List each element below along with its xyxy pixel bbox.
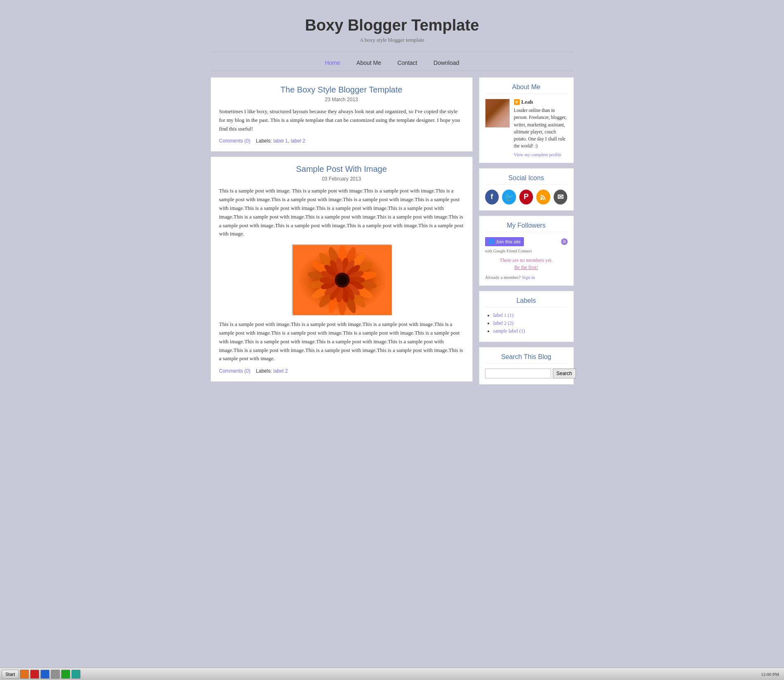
followers-widget: My Followers Join this site ⚙ with Googl…	[479, 216, 574, 286]
post-box-1: The Boxy Style Blogger Template 23 March…	[211, 77, 473, 152]
post-footer-2: Comments (0) Labels: label 2	[219, 368, 464, 374]
about-me-content: B Leah Louder online than in person. Fre…	[485, 99, 568, 157]
blogger-name-row: B Leah	[514, 99, 568, 105]
search-widget-title: Search This Blog	[485, 353, 568, 364]
blogger-name: Leah	[521, 99, 533, 105]
nav-home[interactable]: Home	[325, 59, 340, 66]
post-title-1: The Boxy Style Blogger Template	[219, 85, 464, 95]
facebook-icon[interactable]: f	[485, 190, 499, 204]
label-item-2: label 2 (2)	[493, 320, 568, 326]
social-icons-row: f 🐦 P ✉	[485, 190, 568, 204]
post-date-1: 23 March 2013	[219, 97, 464, 102]
no-members-text: There are no members yet.	[485, 257, 568, 264]
followers-settings-icon[interactable]: ⚙	[561, 238, 568, 245]
be-first-link: Be the first!	[485, 264, 568, 271]
about-me-widget: About Me B Leah Louder online than in pe…	[479, 77, 574, 163]
avatar	[485, 99, 510, 128]
social-icons-title: Social Icons	[485, 174, 568, 185]
sign-in-link[interactable]: Sign in	[522, 275, 535, 280]
main-content: The Boxy Style Blogger Template 23 March…	[211, 77, 473, 387]
labels-list: label 1 (1) label 2 (2) sample label (1)	[485, 312, 568, 334]
nav-about[interactable]: About Me	[356, 59, 381, 66]
label-item-1: label 1 (1)	[493, 312, 568, 319]
labels-widget: Labels label 1 (1) label 2 (2) sample la…	[479, 291, 574, 342]
post-title-2: Sample Post With Image	[219, 164, 464, 174]
email-icon[interactable]: ✉	[554, 190, 568, 204]
followers-title: My Followers	[485, 222, 568, 232]
post-label-2a[interactable]: label 2	[273, 368, 288, 374]
join-site-button[interactable]: Join this site	[485, 237, 524, 246]
be-first-anchor[interactable]: Be the first!	[514, 264, 538, 270]
site-title: Boxy Blogger Template	[211, 17, 574, 34]
post-image-2	[292, 244, 391, 314]
search-form: Search	[485, 369, 568, 378]
content-area: The Boxy Style Blogger Template 23 March…	[211, 77, 574, 390]
post-body-2: This is a sample post with image. This i…	[219, 187, 464, 238]
label-link-1[interactable]: label 1 (1)	[493, 312, 514, 318]
about-bio: Louder online than in person. Freelancer…	[514, 107, 568, 150]
blogger-icon: B	[514, 99, 520, 105]
post-comments-link-1[interactable]: Comments (0)	[219, 138, 251, 144]
label-item-3: sample label (1)	[493, 328, 568, 334]
svg-rect-39	[540, 198, 542, 200]
labels-title: Labels	[485, 297, 568, 307]
already-member-label: Already a member?	[485, 275, 521, 280]
post-body-1: Sometimes I like boxy, structured layout…	[219, 107, 464, 133]
post-body-2b: This is a sample post with image.This is…	[219, 320, 464, 363]
svg-point-38	[337, 275, 347, 285]
search-input[interactable]	[485, 369, 551, 378]
search-button[interactable]: Search	[553, 369, 576, 378]
about-me-title: About Me	[485, 83, 568, 94]
post-label-1a[interactable]: label 1	[273, 138, 288, 144]
join-btn-label: Join this site	[496, 239, 521, 244]
rss-icon[interactable]	[536, 190, 550, 204]
google-friend-connect-label: with Google Friend Connect	[485, 249, 568, 253]
site-description: A boxy style blogger template	[211, 37, 574, 43]
twitter-icon[interactable]: 🐦	[502, 190, 516, 204]
about-me-text: B Leah Louder online than in person. Fre…	[514, 99, 568, 157]
nav-download[interactable]: Download	[433, 59, 459, 66]
post-date-2: 03 February 2013	[219, 176, 464, 182]
post-footer-1: Comments (0) Labels: label 1, label 2	[219, 138, 464, 144]
nav-bar: Home About Me Contact Download	[211, 52, 574, 71]
followers-join-row: Join this site ⚙	[485, 237, 568, 246]
sidebar: About Me B Leah Louder online than in pe…	[479, 77, 574, 390]
gfc-logo	[488, 239, 494, 245]
already-member-text: Already a member? Sign in	[485, 275, 568, 280]
post-comments-link-2[interactable]: Comments (0)	[219, 368, 251, 374]
nav-contact[interactable]: Contact	[398, 59, 417, 66]
label-link-3[interactable]: sample label (1)	[493, 328, 525, 334]
pinterest-icon[interactable]: P	[519, 190, 533, 204]
site-header: Boxy Blogger Template A boxy style blogg…	[211, 8, 574, 48]
view-profile-link[interactable]: View my complete profile	[514, 152, 568, 157]
label-link-2[interactable]: label 2 (2)	[493, 320, 514, 326]
search-widget: Search This Blog Search	[479, 347, 574, 385]
post-label-1b[interactable]: label 2	[291, 138, 305, 144]
post-box-2: Sample Post With Image 03 February 2013 …	[211, 157, 473, 382]
social-icons-widget: Social Icons f 🐦 P ✉	[479, 168, 574, 211]
